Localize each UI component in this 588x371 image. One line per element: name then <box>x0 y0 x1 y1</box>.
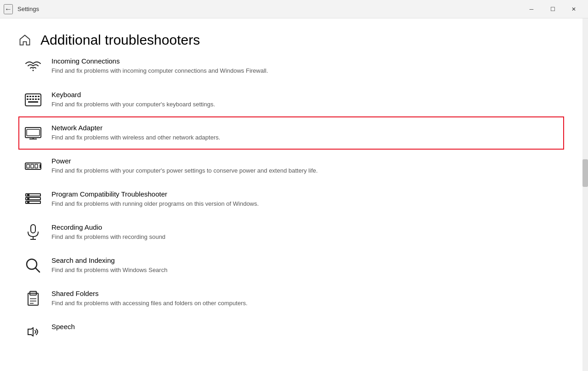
title-bar: ← Settings ─ ☐ ✕ <box>0 0 588 18</box>
speech-title: Speech <box>51 323 559 330</box>
svg-rect-10 <box>38 99 40 100</box>
search-indexing-text: Search and Indexing Find and fix problem… <box>51 256 559 274</box>
list-item-incoming[interactable]: Incoming Connections Find and fix proble… <box>18 57 564 83</box>
list-item-keyboard[interactable]: Keyboard Find and fix problems with your… <box>18 83 564 116</box>
list-item-shared-folders[interactable]: Shared Folders Find and fix problems wit… <box>18 282 564 315</box>
shared-folders-title: Shared Folders <box>51 290 559 297</box>
content-area: Additional troubleshooters Incoming Conn… <box>0 18 588 371</box>
recording-audio-desc: Find and fix problems with recording sou… <box>51 233 559 241</box>
svg-rect-19 <box>31 164 34 168</box>
incoming-connections-text: Incoming Connections Find and fix proble… <box>51 57 559 75</box>
scrollbar[interactable] <box>582 18 588 371</box>
network-adapter-desc: Find and fix problems with wireless and … <box>51 133 559 142</box>
shared-folders-desc: Find and fix problems with accessing fil… <box>51 299 559 307</box>
incoming-connections-icon <box>24 57 42 75</box>
svg-line-32 <box>35 268 40 272</box>
svg-rect-18 <box>27 164 29 168</box>
maximize-button[interactable]: ☐ <box>542 0 563 18</box>
svg-rect-9 <box>35 99 37 100</box>
svg-rect-7 <box>29 99 31 100</box>
keyboard-title: Keyboard <box>51 91 559 99</box>
power-icon <box>24 157 42 175</box>
svg-rect-3 <box>32 96 34 97</box>
incoming-connections-desc: Find and fix problems with incoming comp… <box>51 67 559 75</box>
program-compat-desc: Find and fix problems with running older… <box>51 200 559 208</box>
close-button[interactable]: ✕ <box>563 0 584 18</box>
recording-audio-text: Recording Audio Find and fix problems wi… <box>51 223 559 241</box>
list-item-search-indexing[interactable]: Search and Indexing Find and fix problem… <box>18 249 564 282</box>
keyboard-desc: Find and fix problems with your computer… <box>51 100 559 109</box>
svg-rect-17 <box>25 163 41 169</box>
minimize-button[interactable]: ─ <box>521 0 542 18</box>
svg-rect-8 <box>32 99 34 100</box>
list-item-power[interactable]: Power Find and fix problems with your co… <box>18 150 564 183</box>
program-compatibility-icon <box>24 190 42 209</box>
svg-rect-2 <box>29 96 31 97</box>
list-item-recording-audio[interactable]: Recording Audio Find and fix problems wi… <box>18 216 564 249</box>
network-adapter-title: Network Adapter <box>51 124 559 132</box>
main-content: Additional troubleshooters Incoming Conn… <box>0 18 582 371</box>
program-compat-text: Program Compatibility Troubleshooter Fin… <box>51 190 559 208</box>
svg-rect-25 <box>27 194 29 196</box>
shared-folders-text: Shared Folders Find and fix problems wit… <box>51 290 559 307</box>
search-indexing-title: Search and Indexing <box>51 256 559 264</box>
svg-rect-20 <box>35 164 38 168</box>
recording-audio-title: Recording Audio <box>51 223 559 231</box>
svg-rect-28 <box>31 225 35 233</box>
svg-rect-6 <box>27 99 29 100</box>
svg-rect-27 <box>27 202 29 203</box>
svg-rect-1 <box>27 96 29 97</box>
power-desc: Find and fix problems with your computer… <box>51 167 559 175</box>
svg-rect-11 <box>28 101 38 103</box>
title-bar-controls: ─ ☐ ✕ <box>521 0 584 18</box>
list-item-speech[interactable]: Speech <box>18 315 564 343</box>
speech-text: Speech <box>51 323 559 332</box>
recording-audio-icon <box>24 223 42 242</box>
list-item-network-adapter[interactable]: Network Adapter Find and fix problems wi… <box>18 116 564 150</box>
home-icon <box>18 34 31 46</box>
page-header: Additional troubleshooters <box>18 32 564 48</box>
svg-rect-5 <box>38 96 40 97</box>
svg-rect-4 <box>35 96 37 97</box>
svg-rect-26 <box>27 198 29 199</box>
search-indexing-icon <box>24 256 42 275</box>
keyboard-icon <box>24 91 42 109</box>
power-title: Power <box>51 157 559 165</box>
search-indexing-desc: Find and fix problems with Windows Searc… <box>51 266 559 274</box>
program-compat-title: Program Compatibility Troubleshooter <box>51 190 559 198</box>
back-button[interactable]: ← <box>4 4 13 14</box>
network-adapter-icon <box>24 124 42 142</box>
shared-folders-icon <box>24 290 42 308</box>
list-item-program-compat[interactable]: Program Compatibility Troubleshooter Fin… <box>18 183 564 216</box>
title-bar-title: Settings <box>17 6 39 12</box>
keyboard-text: Keyboard Find and fix problems with your… <box>51 91 559 109</box>
power-text: Power Find and fix problems with your co… <box>51 157 559 175</box>
network-adapter-text: Network Adapter Find and fix problems wi… <box>51 124 559 142</box>
page-title: Additional troubleshooters <box>40 32 200 48</box>
svg-rect-13 <box>27 129 40 136</box>
speech-icon <box>24 323 42 341</box>
incoming-connections-title: Incoming Connections <box>51 57 559 65</box>
